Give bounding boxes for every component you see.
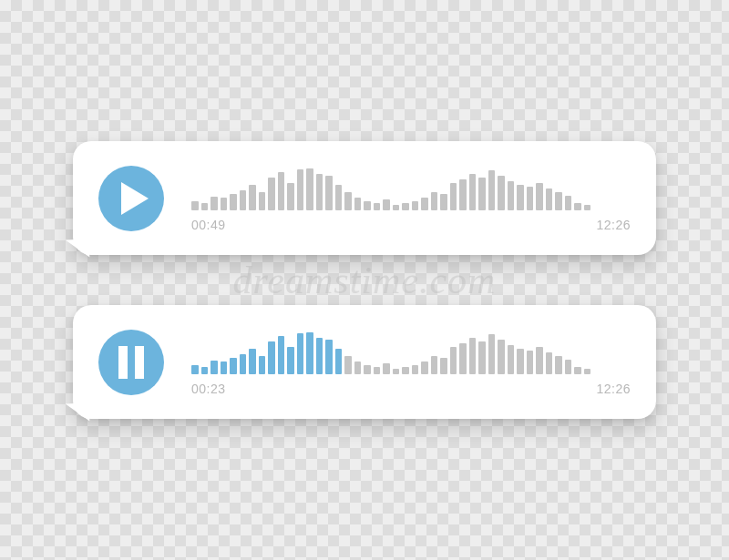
waveform-bar [488,334,496,374]
waveform-bar [402,203,409,210]
play-icon [121,182,149,215]
time-row: 00:23 12:26 [191,382,631,396]
waveform-bar [364,201,371,210]
waveform-bar [374,203,381,210]
waveform-bar [259,356,266,374]
waveform-bar [450,347,457,374]
elapsed-time: 00:23 [191,382,226,396]
waveform-bar [306,168,313,210]
waveform-bar [335,185,343,210]
waveform-bar [536,183,543,210]
waveform-bar [335,349,343,374]
waveform-bar [287,183,294,210]
waveform-bar [488,170,496,210]
waveform-bar [344,192,352,210]
waveform-bar [364,365,371,374]
total-time: 12:26 [596,382,631,396]
waveform-bar [555,192,562,210]
waveform-bar [421,198,428,210]
waveform-bar [498,340,505,374]
waveform-bar [546,188,553,210]
voice-message-bubble: 00:49 12:26 [73,141,656,255]
waveform-bar [221,361,228,374]
waveform-bar [249,185,256,210]
waveform-bar [210,197,218,210]
waveform-bar [393,369,400,374]
waveform-bar [383,199,390,210]
waveform-bar [354,361,362,374]
waveform-bar [393,205,400,210]
elapsed-time: 00:49 [191,218,226,232]
waveform-bar [421,361,428,374]
total-time: 12:26 [596,218,631,232]
waveform-bar [412,365,419,374]
waveform-bar [517,185,524,210]
waveform-bar [259,192,266,210]
voice-message-content: 00:23 12:26 [191,329,631,396]
waveform-bar [230,358,237,374]
waveform-bar [230,194,237,210]
waveform-bar [297,333,304,374]
waveform-bar [508,181,515,210]
waveform-bar [546,352,553,374]
waveform-bar [278,172,285,210]
waveform-bar [459,179,467,210]
waveform-bar [478,341,486,374]
waveform-bar [316,174,323,210]
waveform-bar [316,338,323,374]
waveform[interactable] [191,329,631,374]
waveform-bar [565,360,572,374]
waveform-bar [508,345,515,374]
pause-button[interactable] [98,330,164,395]
waveform-bar [584,369,591,374]
waveform-bar [240,190,247,210]
waveform-bar [325,340,333,374]
pause-icon [118,346,144,379]
waveform-bar [240,354,247,374]
waveform-bar [412,201,419,210]
play-button[interactable] [98,166,164,231]
waveform-bar [527,187,534,210]
waveform-bar [469,174,477,210]
waveform-bar [536,347,543,374]
waveform-bar [383,363,390,374]
voice-message-content: 00:49 12:26 [191,165,631,232]
waveform-bar [221,198,228,210]
waveform-bar [574,203,581,210]
waveform-bar [450,183,457,210]
watermark-text: dreamstime.com [233,259,497,302]
waveform-bar [431,192,438,210]
time-row: 00:49 12:26 [191,218,631,232]
waveform-bar [201,367,209,374]
waveform-bar [278,336,285,374]
waveform-bar [249,349,256,374]
waveform-bar [402,367,409,374]
waveform-bar [306,332,313,374]
waveform-bar [555,356,562,374]
waveform-bar [191,365,199,374]
waveform-bar [201,203,209,210]
waveform-bar [527,351,534,374]
waveform-bar [565,196,572,210]
waveform-bar [440,194,447,210]
waveform-bar [574,367,581,374]
waveform-bar [431,356,438,374]
waveform-bar [459,343,467,374]
waveform-bar [268,178,275,210]
waveform-bar [374,367,381,374]
waveform-bar [268,341,275,374]
waveform-bar [191,201,199,210]
waveform-bar [469,338,477,374]
waveform-bar [440,358,447,374]
waveform-bar [297,169,304,210]
waveform-bar [287,347,294,374]
waveform-bar [478,178,486,210]
voice-message-bubble: 00:23 12:26 [73,305,656,419]
waveform-bar [517,349,524,374]
waveform-bar [325,176,333,210]
waveform-bar [584,205,591,210]
waveform-bar [354,198,362,210]
waveform-bar [498,176,505,210]
waveform[interactable] [191,165,631,210]
waveform-bar [210,361,218,374]
